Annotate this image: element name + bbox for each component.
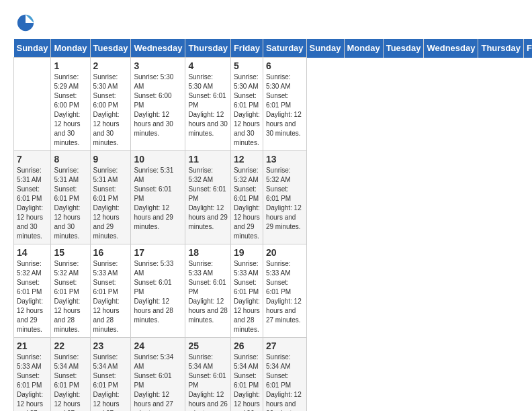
calendar-header-wednesday: Wednesday — [424, 39, 478, 58]
calendar-header-monday: Monday — [51, 39, 90, 58]
day-number: 3 — [134, 60, 182, 71]
calendar-day-cell: 16Sunrise: 5:33 AMSunset: 6:01 PMDayligh… — [90, 244, 131, 338]
calendar-day-cell: 18Sunrise: 5:33 AMSunset: 6:01 PMDayligh… — [185, 244, 231, 338]
day-number: 17 — [134, 247, 182, 258]
day-number: 9 — [93, 154, 128, 165]
day-detail: Sunrise: 5:33 AMSunset: 6:01 PMDaylight:… — [17, 353, 48, 411]
day-number: 7 — [17, 154, 48, 165]
day-number: 14 — [17, 247, 48, 258]
calendar-day-cell: 1Sunrise: 5:29 AMSunset: 6:00 PMDaylight… — [51, 58, 90, 151]
day-detail: Sunrise: 5:32 AMSunset: 6:01 PMDaylight:… — [54, 259, 87, 334]
day-detail: Sunrise: 5:30 AMSunset: 6:01 PMDaylight:… — [188, 73, 228, 138]
calendar-day-cell: 5Sunrise: 5:30 AMSunset: 6:01 PMDaylight… — [230, 58, 263, 151]
calendar-header-saturday: Saturday — [263, 39, 306, 58]
day-detail: Sunrise: 5:32 AMSunset: 6:01 PMDaylight:… — [266, 166, 304, 232]
day-number: 12 — [234, 154, 260, 165]
day-detail: Sunrise: 5:31 AMSunset: 6:01 PMDaylight:… — [54, 166, 87, 241]
day-number: 19 — [234, 247, 260, 258]
day-number: 13 — [266, 154, 304, 165]
day-detail: Sunrise: 5:31 AMSunset: 6:01 PMDaylight:… — [17, 166, 48, 241]
day-number: 1 — [54, 60, 87, 71]
calendar-day-cell: 13Sunrise: 5:32 AMSunset: 6:01 PMDayligh… — [263, 151, 306, 244]
day-detail: Sunrise: 5:34 AMSunset: 6:01 PMDaylight:… — [188, 353, 228, 411]
day-detail: Sunrise: 5:32 AMSunset: 6:01 PMDaylight:… — [17, 259, 48, 334]
calendar-header-friday: Friday — [523, 39, 532, 58]
calendar-day-cell: 4Sunrise: 5:30 AMSunset: 6:01 PMDaylight… — [185, 58, 231, 151]
calendar-week-row: 1Sunrise: 5:29 AMSunset: 6:00 PMDaylight… — [14, 58, 533, 151]
calendar-day-cell: 24Sunrise: 5:34 AMSunset: 6:01 PMDayligh… — [131, 338, 185, 412]
calendar-header-friday: Friday — [230, 39, 263, 58]
day-number: 23 — [93, 340, 128, 351]
day-detail: Sunrise: 5:31 AMSunset: 6:01 PMDaylight:… — [134, 166, 182, 232]
day-number: 18 — [188, 247, 228, 258]
day-number: 27 — [266, 340, 304, 351]
day-number: 21 — [17, 340, 48, 351]
calendar-day-cell: 3Sunrise: 5:30 AMSunset: 6:00 PMDaylight… — [131, 58, 185, 151]
calendar-day-cell: 12Sunrise: 5:32 AMSunset: 6:01 PMDayligh… — [230, 151, 263, 244]
calendar-header-wednesday: Wednesday — [131, 39, 185, 58]
calendar-header-sunday: Sunday — [14, 39, 51, 58]
header — [13, 13, 519, 32]
calendar-week-row: 14Sunrise: 5:32 AMSunset: 6:01 PMDayligh… — [14, 244, 533, 338]
day-detail: Sunrise: 5:34 AMSunset: 6:01 PMDaylight:… — [54, 353, 87, 411]
calendar-day-cell: 25Sunrise: 5:34 AMSunset: 6:01 PMDayligh… — [185, 338, 231, 412]
calendar-day-cell: 8Sunrise: 5:31 AMSunset: 6:01 PMDaylight… — [51, 151, 90, 244]
day-detail: Sunrise: 5:33 AMSunset: 6:01 PMDaylight:… — [234, 259, 260, 334]
calendar-day-cell: 7Sunrise: 5:31 AMSunset: 6:01 PMDaylight… — [14, 151, 51, 244]
calendar-header-tuesday: Tuesday — [383, 39, 424, 58]
day-number: 2 — [93, 60, 128, 71]
day-detail: Sunrise: 5:29 AMSunset: 6:00 PMDaylight:… — [54, 73, 87, 148]
day-detail: Sunrise: 5:33 AMSunset: 6:01 PMDaylight:… — [134, 259, 182, 325]
day-number: 6 — [266, 60, 304, 71]
day-number: 11 — [188, 154, 228, 165]
calendar-day-cell: 27Sunrise: 5:34 AMSunset: 6:01 PMDayligh… — [263, 338, 306, 412]
day-detail: Sunrise: 5:32 AMSunset: 6:01 PMDaylight:… — [188, 166, 228, 232]
day-detail: Sunrise: 5:33 AMSunset: 6:01 PMDaylight:… — [188, 259, 228, 325]
calendar-day-cell: 17Sunrise: 5:33 AMSunset: 6:01 PMDayligh… — [131, 244, 185, 338]
day-number: 8 — [54, 154, 87, 165]
calendar-day-cell: 10Sunrise: 5:31 AMSunset: 6:01 PMDayligh… — [131, 151, 185, 244]
day-detail: Sunrise: 5:34 AMSunset: 6:01 PMDaylight:… — [93, 353, 128, 411]
day-detail: Sunrise: 5:34 AMSunset: 6:01 PMDaylight:… — [134, 353, 182, 411]
calendar-day-cell: 26Sunrise: 5:34 AMSunset: 6:01 PMDayligh… — [230, 338, 263, 412]
logo-icon — [16, 13, 35, 32]
calendar-day-cell: 9Sunrise: 5:31 AMSunset: 6:01 PMDaylight… — [90, 151, 131, 244]
logo — [13, 13, 35, 32]
calendar-day-cell: 2Sunrise: 5:30 AMSunset: 6:00 PMDaylight… — [90, 58, 131, 151]
calendar-header-monday: Monday — [344, 39, 383, 58]
day-number: 20 — [266, 247, 304, 258]
calendar-day-cell — [14, 58, 51, 151]
calendar-day-cell: 19Sunrise: 5:33 AMSunset: 6:01 PMDayligh… — [230, 244, 263, 338]
calendar-header-sunday: Sunday — [306, 39, 344, 58]
day-number: 25 — [188, 340, 228, 351]
day-detail: Sunrise: 5:32 AMSunset: 6:01 PMDaylight:… — [234, 166, 260, 241]
calendar-day-cell: 6Sunrise: 5:30 AMSunset: 6:01 PMDaylight… — [263, 58, 306, 151]
day-detail: Sunrise: 5:30 AMSunset: 6:00 PMDaylight:… — [93, 73, 128, 148]
calendar-header-row: SundayMondayTuesdayWednesdayThursdayFrid… — [14, 39, 533, 58]
day-number: 5 — [234, 60, 260, 71]
day-detail: Sunrise: 5:34 AMSunset: 6:01 PMDaylight:… — [234, 353, 260, 411]
day-number: 15 — [54, 247, 87, 258]
day-number: 22 — [54, 340, 87, 351]
calendar-week-row: 21Sunrise: 5:33 AMSunset: 6:01 PMDayligh… — [14, 338, 533, 412]
calendar-day-cell: 21Sunrise: 5:33 AMSunset: 6:01 PMDayligh… — [14, 338, 51, 412]
day-number: 24 — [134, 340, 182, 351]
calendar-day-cell: 14Sunrise: 5:32 AMSunset: 6:01 PMDayligh… — [14, 244, 51, 338]
calendar-day-cell: 22Sunrise: 5:34 AMSunset: 6:01 PMDayligh… — [51, 338, 90, 412]
day-number: 26 — [234, 340, 260, 351]
calendar-day-cell: 15Sunrise: 5:32 AMSunset: 6:01 PMDayligh… — [51, 244, 90, 338]
day-detail: Sunrise: 5:34 AMSunset: 6:01 PMDaylight:… — [266, 353, 304, 411]
calendar-day-cell: 20Sunrise: 5:33 AMSunset: 6:01 PMDayligh… — [263, 244, 306, 338]
day-detail: Sunrise: 5:30 AMSunset: 6:01 PMDaylight:… — [266, 73, 304, 138]
calendar-day-cell: 11Sunrise: 5:32 AMSunset: 6:01 PMDayligh… — [185, 151, 231, 244]
day-detail: Sunrise: 5:30 AMSunset: 6:00 PMDaylight:… — [134, 73, 182, 138]
calendar-header-tuesday: Tuesday — [90, 39, 131, 58]
calendar-day-cell: 23Sunrise: 5:34 AMSunset: 6:01 PMDayligh… — [90, 338, 131, 412]
calendar-table: SundayMondayTuesdayWednesdayThursdayFrid… — [13, 39, 532, 411]
calendar-header-thursday: Thursday — [185, 39, 231, 58]
day-detail: Sunrise: 5:31 AMSunset: 6:01 PMDaylight:… — [93, 166, 128, 241]
calendar-header-thursday: Thursday — [478, 39, 524, 58]
day-detail: Sunrise: 5:33 AMSunset: 6:01 PMDaylight:… — [93, 259, 128, 334]
day-detail: Sunrise: 5:30 AMSunset: 6:01 PMDaylight:… — [234, 73, 260, 148]
day-detail: Sunrise: 5:33 AMSunset: 6:01 PMDaylight:… — [266, 259, 304, 325]
